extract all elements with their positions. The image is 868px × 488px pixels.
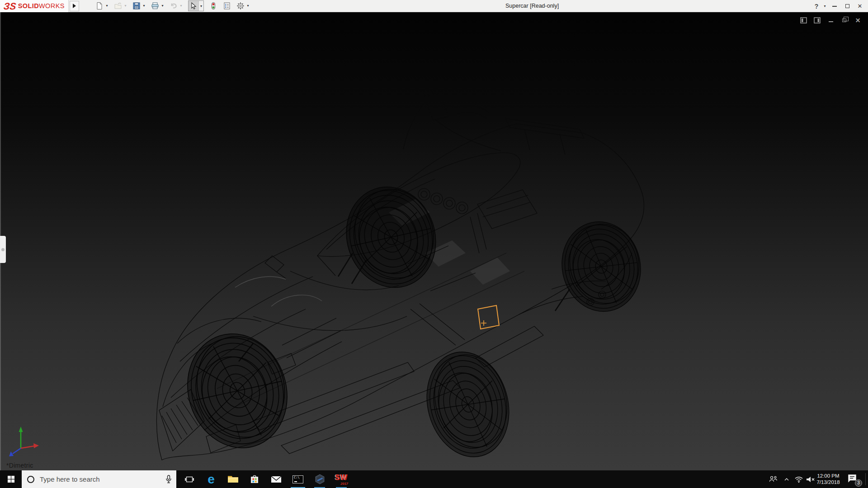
open-dropdown[interactable]: ▾ [123, 1, 128, 11]
minimize-icon [829, 21, 833, 22]
new-document-dropdown[interactable]: ▾ [104, 1, 109, 11]
tray-expand-button[interactable] [781, 470, 792, 488]
command-prompt-button[interactable]: C:\ [288, 470, 308, 488]
select-tool-group: ▾ [188, 0, 204, 11]
doc-close-button[interactable]: ✕ [854, 17, 862, 23]
hexagon-app-button[interactable] [309, 470, 330, 488]
save-floppy-icon [132, 2, 141, 10]
store-icon [250, 474, 259, 484]
undo-dropdown[interactable]: ▾ [179, 1, 184, 11]
feature-panel-collapsed-tab[interactable] [0, 236, 6, 263]
taskbar-clock[interactable]: 12:00 PM 7/13/2018 [814, 470, 843, 488]
command-prompt-icon: C:\ [292, 475, 303, 483]
clock-time: 12:00 PM [817, 473, 839, 479]
network-button[interactable] [793, 470, 805, 488]
taskbar-search-input[interactable] [35, 475, 165, 483]
graphics-viewport[interactable]: ✕ *Dimetric [0, 12, 868, 470]
rebuild-trafficlight-icon [209, 2, 217, 10]
print-button[interactable] [150, 1, 160, 11]
notification-badge: 3 [855, 479, 862, 487]
orientation-triad [9, 427, 39, 456]
wireframe-car-model [0, 12, 868, 470]
people-button[interactable] [767, 470, 779, 488]
pane-right-icon [814, 17, 821, 23]
undo-icon [170, 2, 178, 10]
show-desktop-divider[interactable] [865, 473, 866, 485]
gear-icon [236, 2, 245, 10]
taskbar-search-box[interactable] [22, 470, 176, 488]
save-button[interactable] [132, 1, 142, 11]
undo-button[interactable] [169, 1, 179, 11]
save-dropdown[interactable]: ▾ [142, 1, 146, 11]
menu-flyout-arrow-button[interactable] [70, 1, 79, 11]
options-button[interactable] [236, 1, 245, 11]
pane-left-icon [800, 17, 807, 23]
solidworks-logo: ЗS SOLIDWORKS [0, 0, 69, 12]
app-restore-button[interactable] [842, 0, 853, 12]
windows-logo-icon [7, 475, 15, 483]
edge-icon: e [208, 473, 215, 486]
solidworks-logo-text: SOLIDWORKS [18, 2, 65, 10]
new-document-button[interactable] [94, 1, 104, 11]
help-dropdown[interactable]: ▾ [822, 1, 827, 11]
microphone-icon[interactable] [165, 475, 172, 483]
select-tool-dropdown[interactable]: ▾ [198, 1, 203, 11]
right-arrow-icon [73, 4, 76, 8]
mail-envelope-icon [271, 475, 282, 483]
task-view-icon [184, 475, 194, 483]
wifi-icon [794, 476, 803, 483]
app-close-button[interactable]: ✕ [854, 0, 865, 12]
view-orientation-label: *Dimetric [6, 462, 33, 469]
chevron-up-icon [784, 478, 789, 481]
doc-minimize-button[interactable] [827, 17, 835, 23]
panel-handle-icon [1, 248, 5, 251]
hexagon-app-icon [314, 474, 326, 485]
close-icon: ✕ [858, 3, 863, 9]
app-titlebar: ЗS SOLIDWORKS ▾ ▾ ▾ ▾ ▾ [0, 0, 868, 12]
open-button[interactable] [113, 1, 123, 11]
file-explorer-icon [227, 475, 239, 483]
task-view-button[interactable] [179, 470, 200, 488]
file-properties-button[interactable] [222, 1, 232, 11]
edge-button[interactable]: e [201, 470, 222, 488]
action-center-button[interactable]: 3 [844, 470, 863, 488]
solidworks-2017-icon: SW 2017 [335, 474, 348, 485]
minimize-icon [832, 6, 837, 7]
select-cursor-icon [189, 2, 198, 10]
selected-component-highlight[interactable] [478, 305, 499, 329]
titlebar-window-controls: ? ▾ ✕ [812, 0, 865, 12]
doc-restore-button[interactable] [840, 17, 848, 23]
app-minimize-button[interactable] [829, 0, 840, 12]
file-properties-icon [223, 2, 231, 10]
quick-access-toolbar: ▾ ▾ ▾ ▾ ▾ ▾ [94, 0, 250, 11]
help-button[interactable]: ? [812, 3, 821, 10]
start-button[interactable] [0, 470, 22, 488]
people-icon [769, 475, 778, 483]
restore-icon [845, 4, 849, 8]
windows-taskbar: e C:\ [0, 470, 868, 488]
new-document-icon [95, 2, 104, 10]
open-folder-icon [114, 2, 122, 10]
rebuild-button[interactable] [208, 1, 218, 11]
document-title: Supercar [Read-only] [505, 0, 559, 12]
cortana-icon [26, 475, 35, 484]
restore-icon [842, 19, 846, 22]
file-explorer-button[interactable] [222, 470, 243, 488]
print-icon [151, 2, 159, 10]
store-button[interactable] [244, 470, 265, 488]
pane-left-button[interactable] [800, 17, 807, 23]
print-dropdown[interactable]: ▾ [160, 1, 165, 11]
pane-right-button[interactable] [813, 17, 821, 23]
close-icon: ✕ [855, 17, 861, 24]
select-tool-button[interactable] [189, 1, 198, 11]
document-window-controls: ✕ [800, 17, 862, 23]
solidworks-2017-button[interactable]: SW 2017 [331, 470, 352, 488]
mail-button[interactable] [266, 470, 287, 488]
clock-date: 7/13/2018 [816, 479, 840, 486]
solidworks-logo-mark: ЗS [3, 1, 17, 11]
options-dropdown[interactable]: ▾ [245, 1, 250, 11]
